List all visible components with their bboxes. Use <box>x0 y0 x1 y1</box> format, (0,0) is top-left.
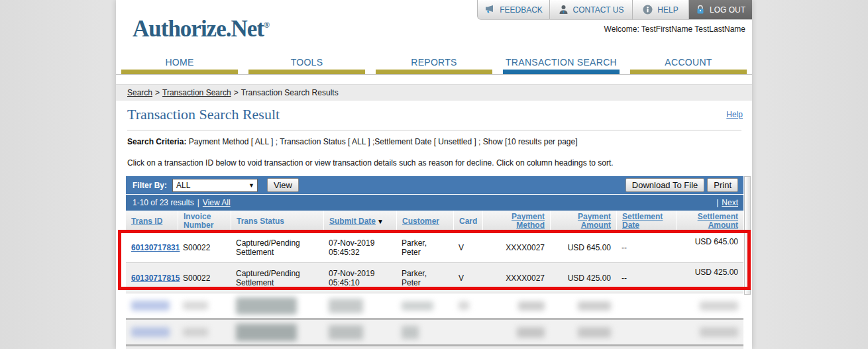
results-range-text: 1-10 of 23 results <box>133 198 194 207</box>
page-column: FEEDBACK CONTACT US HELP LOG OUT Welcome… <box>116 0 752 349</box>
log-out-button[interactable]: LOG OUT <box>689 0 752 20</box>
cell-invoice-number: S00022 <box>178 263 231 293</box>
filter-dropdown-value: ALL <box>176 181 190 190</box>
cell-invoice-number: S00022 <box>178 232 231 262</box>
print-button[interactable]: Print <box>707 178 738 192</box>
dropdown-arrow-icon: ▼ <box>248 182 254 189</box>
column-header-customer[interactable]: Customer <box>396 211 453 232</box>
cell-settlement-amount: USD 645.00 <box>676 232 743 262</box>
search-criteria-label: Search Criteria: <box>127 137 186 146</box>
cell-payment-method: XXXX0027 <box>482 263 550 293</box>
trans-id-link[interactable]: 60130717815 <box>131 274 180 283</box>
search-criteria: Search Criteria: Payment Method [ ALL ] … <box>127 137 577 146</box>
help-label: HELP <box>657 5 678 15</box>
nav-underline <box>376 70 492 74</box>
column-header-settlement-date[interactable]: Settlement Date <box>616 211 676 232</box>
cell-settlement-amount: USD 425.00 <box>676 263 743 293</box>
registered-mark: ® <box>264 21 270 30</box>
logout-lock-icon <box>696 5 705 15</box>
contact-us-label: CONTACT US <box>573 5 624 15</box>
column-header-trans-id[interactable]: Trans ID <box>126 211 178 232</box>
column-header-payment-amount[interactable]: Payment Amount <box>550 211 616 232</box>
nav-tab-reports[interactable]: REPORTS <box>370 56 498 74</box>
contact-person-icon <box>559 5 569 15</box>
nav-underline <box>630 70 747 74</box>
view-button[interactable]: View <box>267 178 299 192</box>
authorize-net-logo: Authorize.Net® <box>133 16 270 42</box>
contact-us-button[interactable]: CONTACT US <box>550 0 633 20</box>
nav-tab-tools[interactable]: TOOLS <box>243 56 370 74</box>
column-header-invoice-number[interactable]: Invoice Number <box>178 211 231 232</box>
help-link[interactable]: Help <box>726 110 743 119</box>
filter-bar: Filter By: ALL ▼ View Download To File P… <box>126 176 743 194</box>
filter-by-label: Filter By: <box>133 181 167 190</box>
help-info-icon <box>643 5 653 15</box>
feedback-megaphone-icon <box>484 5 495 15</box>
cell-trans-id: 60130717831 <box>126 232 178 262</box>
next-page-link[interactable]: Next <box>722 198 738 207</box>
cell-settlement-date: -- <box>616 232 676 262</box>
nav-tab-home[interactable]: HOME <box>116 56 243 74</box>
table-row: 60130717815 S00022 Captured/Pending Sett… <box>126 263 743 293</box>
column-header-submit-date[interactable]: Submit Date▼ <box>323 211 396 232</box>
download-to-file-button[interactable]: Download To File <box>625 178 704 192</box>
table-tail <box>126 346 743 349</box>
help-button[interactable]: HELP <box>633 0 689 20</box>
filter-dropdown[interactable]: ALL ▼ <box>172 179 258 192</box>
feedback-button[interactable]: FEEDBACK <box>477 0 550 20</box>
cell-submit-date: 07-Nov-201905:45:32 <box>323 232 396 262</box>
nav-underline <box>248 70 365 74</box>
results-table: Filter By: ALL ▼ View Download To File P… <box>126 176 743 349</box>
breadcrumb-link-transaction-search[interactable]: Transaction Search <box>162 88 231 97</box>
cell-card: V <box>453 232 482 262</box>
breadcrumb-current: Transaction Search Results <box>241 88 339 97</box>
column-header-settlement-amount[interactable]: Settlement Amount <box>676 211 743 232</box>
welcome-text: Welcome: TestFirstName TestLastName <box>604 25 745 34</box>
redacted-row <box>126 293 743 320</box>
page-title: Transaction Search Result <box>127 106 280 123</box>
cell-submit-date: 07-Nov-201905:45:10 <box>323 263 396 293</box>
table-header-row: Trans ID Invoice Number Trans Status Sub… <box>126 211 743 232</box>
cell-payment-amount: USD 645.00 <box>550 232 616 262</box>
title-divider <box>127 130 741 130</box>
sort-desc-icon: ▼ <box>377 217 384 226</box>
view-all-link[interactable]: View All <box>203 198 231 207</box>
column-header-trans-status[interactable]: Trans Status <box>231 211 323 232</box>
nav-tab-transaction-search[interactable]: TRANSACTION SEARCH <box>498 56 625 74</box>
table-row: 60130717831 S00022 Captured/Pending Sett… <box>126 232 743 263</box>
cell-trans-status: Captured/Pending Settlement <box>231 232 323 262</box>
feedback-label: FEEDBACK <box>500 5 543 15</box>
cell-payment-amount: USD 425.00 <box>550 263 616 293</box>
breadcrumb: Search>Transaction Search>Transaction Se… <box>116 84 752 101</box>
nav-underline <box>121 70 238 74</box>
redacted-row <box>126 320 743 346</box>
breadcrumb-link-search[interactable]: Search <box>127 88 152 97</box>
instructions-text: Click on a transaction ID below to void … <box>127 158 614 168</box>
pagination-bar: 1-10 of 23 results | View All | Next <box>126 194 743 211</box>
utility-bar: FEEDBACK CONTACT US HELP LOG OUT <box>477 0 752 20</box>
cell-trans-id: 60130717815 <box>126 263 178 293</box>
cell-card: V <box>453 263 482 293</box>
scrollbar-track[interactable] <box>744 176 751 295</box>
column-header-payment-method[interactable]: Payment Method <box>482 211 550 232</box>
trans-id-link[interactable]: 60130717831 <box>131 243 180 252</box>
main-nav: HOME TOOLS REPORTS TRANSACTION SEARCH AC… <box>116 56 752 75</box>
cell-trans-status: Captured/Pending Settlement <box>231 263 323 293</box>
cell-settlement-date: -- <box>616 263 676 293</box>
nav-underline-active <box>503 70 620 74</box>
search-criteria-text: Payment Method [ ALL ] ; Transaction Sta… <box>189 137 578 146</box>
cell-payment-method: XXXX0027 <box>482 232 550 262</box>
column-header-card[interactable]: Card <box>453 211 482 232</box>
cell-customer: Parker, Peter <box>396 263 453 293</box>
log-out-label: LOG OUT <box>710 5 745 15</box>
cell-customer: Parker, Peter <box>396 232 453 262</box>
nav-tab-account[interactable]: ACCOUNT <box>625 56 752 74</box>
